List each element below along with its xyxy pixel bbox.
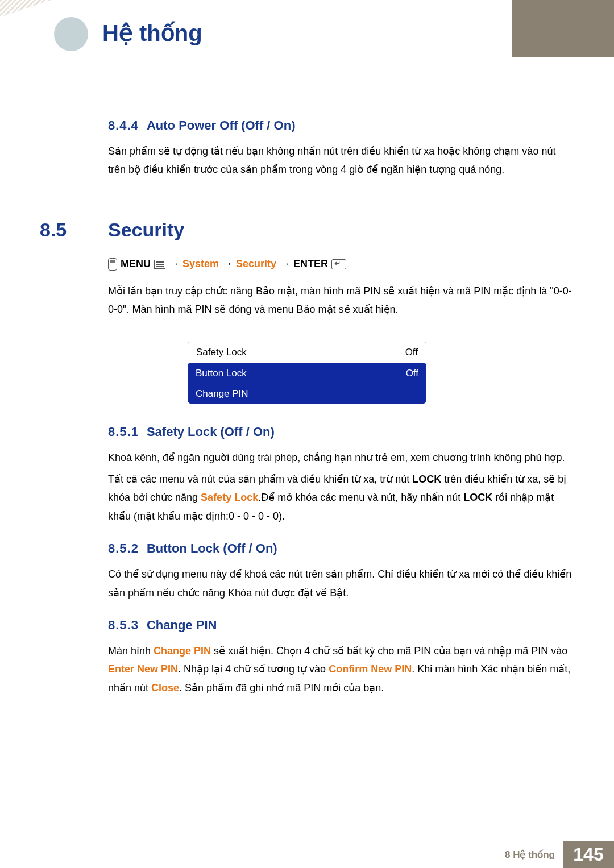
arrow-icon: → (280, 258, 290, 270)
arrow-icon: → (222, 258, 233, 270)
heading-852: 8.5.2Button Lock (Off / On) (108, 541, 574, 556)
corner-pattern (0, 0, 51, 17)
confirm-new-pin-label: Confirm New PIN (329, 663, 412, 675)
footer: 8 Hệ thống 145 (0, 841, 614, 868)
remote-icon (108, 258, 117, 271)
arrow-icon: → (169, 258, 179, 270)
lock-label: LOCK (463, 492, 492, 503)
heading-85: 8.5Security (40, 219, 574, 241)
text: Màn hình (108, 645, 154, 657)
text: .Để mở khóa các menu và nút, hãy nhấn nú… (258, 492, 463, 503)
osd-row-safety-lock: Safety Lock Off (188, 342, 426, 363)
osd-value: Off (405, 347, 418, 358)
content-area: 8.4.4Auto Power Off (Off / On) Sản phẩm … (40, 102, 574, 700)
header-band (512, 0, 614, 57)
osd-value: Off (406, 368, 418, 379)
osd-label: Button Lock (196, 368, 247, 379)
heading-num: 8.5 (40, 219, 85, 241)
osd-label: Change PIN (196, 388, 248, 400)
heading-text: Auto Power Off (Off / On) (147, 118, 296, 132)
para-851-1: Khoá kênh, để ngăn người dùng trái phép,… (108, 448, 574, 467)
text: sẽ xuất hiện. Chọn 4 chữ số bất kỳ cho m… (211, 645, 567, 657)
osd-row-change-pin: Change PIN (188, 384, 426, 404)
heading-844: 8.4.4Auto Power Off (Off / On) (108, 118, 574, 133)
heading-num: 8.5.1 (108, 425, 139, 439)
osd-label: Safety Lock (196, 347, 247, 358)
nav-enter: ENTER (293, 258, 328, 270)
text: . Sản phẩm đã ghi nhớ mã PIN mới của bạn… (179, 682, 384, 693)
text: Tất cả các menu và nút của sản phẩm và đ… (108, 474, 412, 485)
heading-text: Change PIN (147, 618, 217, 632)
nav-security: Security (236, 258, 276, 270)
enter-new-pin-label: Enter New PIN (108, 663, 178, 675)
para-851-2: Tất cả các menu và nút của sản phẩm và đ… (108, 470, 574, 525)
para-85: Mỗi lần bạn truy cập chức năng Bảo mật, … (108, 282, 574, 319)
para-853: Màn hình Change PIN sẽ xuất hiện. Chọn 4… (108, 642, 574, 697)
menu-icon (154, 260, 165, 269)
chapter-bubble (54, 17, 88, 51)
heading-851: 8.5.1Safety Lock (Off / On) (108, 425, 574, 439)
heading-text: Safety Lock (Off / On) (147, 425, 275, 439)
heading-853: 8.5.3Change PIN (108, 618, 574, 633)
text: . Nhập lại 4 chữ số tương tự vào (178, 663, 329, 675)
para-852: Có thể sử dụng menu này để khoá các nút … (108, 565, 574, 602)
heading-num: 8.5.2 (108, 541, 139, 555)
heading-text: Security (108, 219, 184, 240)
heading-num: 8.5.3 (108, 618, 139, 632)
nav-menu: MENU (121, 258, 151, 270)
heading-num: 8.4.4 (108, 118, 139, 132)
lock-label: LOCK (412, 474, 441, 485)
footer-page-number: 145 (563, 841, 614, 868)
page-title: Hệ thống (102, 20, 202, 46)
change-pin-label: Change PIN (154, 645, 211, 657)
osd-menu: Safety Lock Off Button Lock Off Change P… (188, 342, 426, 404)
osd-row-button-lock: Button Lock Off (188, 363, 426, 384)
para-844: Sản phẩm sẽ tự động tắt nếu bạn không nh… (108, 142, 574, 179)
safety-lock-label: Safety Lock (201, 492, 258, 503)
nav-system: System (182, 258, 219, 270)
close-label: Close (151, 682, 179, 693)
nav-path: MENU → System → Security → ENTER (108, 258, 574, 271)
heading-text: Button Lock (Off / On) (147, 541, 277, 555)
footer-chapter-label: 8 Hệ thống (505, 841, 563, 868)
enter-icon (331, 259, 346, 269)
